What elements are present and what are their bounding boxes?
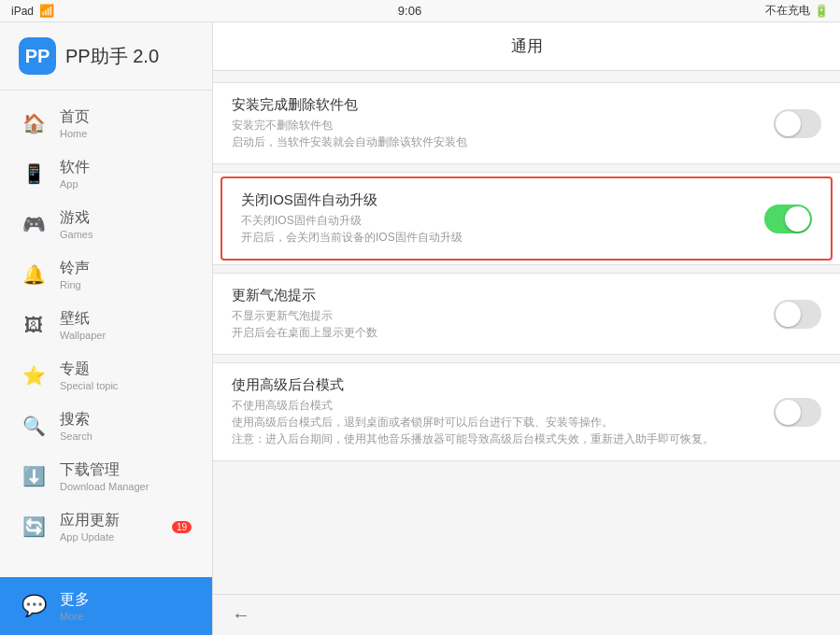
settings-desc-delete-after-install-0: 安装完不删除软件包: [232, 117, 774, 134]
nav-sub-label-wallpaper: Wallpaper: [60, 330, 106, 341]
settings-desc-disable-ios-upgrade-0: 不关闭IOS固件自动升级: [241, 212, 764, 229]
nav-sub-label-app: App: [60, 178, 90, 190]
wallpaper-icon: 🖼: [21, 312, 47, 338]
settings-row-bubble-notification: 更新气泡提示 不显示更新气泡提示开启后会在桌面上显示更个数: [213, 274, 840, 354]
more-button[interactable]: 💬 更多 More: [0, 577, 212, 635]
games-icon: 🎮: [21, 211, 47, 237]
settings-row-delete-after-install: 安装完成删除软件包 安装完不删除软件包启动后，当软件安装就会自动删除该软件安装包: [213, 83, 840, 163]
more-icon: 💬: [21, 593, 47, 619]
nav-item-home[interactable]: 🏠 首页 Home: [0, 98, 212, 148]
app-header: PP PP助手 2.0: [0, 22, 212, 91]
back-arrow[interactable]: ←: [232, 604, 250, 626]
settings-section-disable-ios-upgrade: 关闭IOS固件自动升级 不关闭IOS固件自动升级开启后，会关闭当前设备的IOS固…: [213, 172, 840, 265]
settings-section-bubble-notification: 更新气泡提示 不显示更新气泡提示开启后会在桌面上显示更个数: [213, 273, 840, 355]
nav-label-special: 专题: [60, 360, 118, 379]
nav-item-app[interactable]: 📱 软件 App: [0, 148, 212, 199]
status-bar-time: 9:06: [398, 4, 421, 18]
settings-row-disable-ios-upgrade: 关闭IOS固件自动升级 不关闭IOS固件自动升级开启后，会关闭当前设备的IOS固…: [221, 176, 833, 261]
special-icon: ⭐: [21, 362, 47, 388]
settings-desc-delete-after-install-1: 启动后，当软件安装就会自动删除该软件安装包: [232, 134, 774, 150]
battery-icon: 🔋: [814, 4, 829, 18]
search-icon: 🔍: [21, 413, 47, 439]
nav-item-games[interactable]: 🎮 游戏 Games: [0, 199, 212, 249]
toggle-background-mode[interactable]: [774, 398, 821, 427]
nav-sub-label-download: Download Manager: [60, 481, 149, 492]
nav-sub-label-special: Special topic: [60, 380, 118, 391]
settings-title-background-mode: 使用高级后台模式: [232, 376, 774, 394]
settings-desc-background-mode-0: 不使用高级后台模式: [232, 397, 774, 414]
nav-label-update: 应用更新: [60, 511, 120, 530]
nav-label-download: 下载管理: [60, 460, 149, 480]
charging-label: 不在充电: [765, 3, 810, 19]
nav-item-download[interactable]: ⬇️ 下载管理 Download Manager: [0, 451, 212, 501]
nav-label-home: 首页: [60, 107, 90, 127]
nav-label-search: 搜索: [60, 410, 93, 430]
status-bar: iPad 📶 9:06 不在充电 🔋: [0, 0, 840, 22]
settings-desc-bubble-notification-0: 不显示更新气泡提示: [232, 307, 774, 324]
nav-badge-update: 19: [172, 521, 192, 533]
nav-item-ring[interactable]: 🔔 铃声 Ring: [0, 249, 212, 300]
nav-item-special[interactable]: ⭐ 专题 Special topic: [0, 350, 212, 401]
home-icon: 🏠: [21, 110, 47, 136]
settings-title-delete-after-install: 安装完成删除软件包: [232, 96, 774, 114]
settings-desc-bubble-notification-1: 开启后会在桌面上显示更个数: [232, 324, 774, 341]
content-body: 安装完成删除软件包 安装完不删除软件包启动后，当软件安装就会自动删除该软件安装包…: [213, 71, 840, 594]
nav-sub-label-search: Search: [60, 430, 93, 442]
content-area: 通用 安装完成删除软件包 安装完不删除软件包启动后，当软件安装就会自动删除该软件…: [213, 22, 840, 635]
nav-label-app: 软件: [60, 158, 90, 177]
settings-desc-background-mode-1: 使用高级后台模式后，退到桌面或者锁屏时可以后台进行下载、安装等操作。: [232, 414, 774, 430]
ring-icon: 🔔: [21, 261, 47, 288]
settings-section-background-mode: 使用高级后台模式 不使用高级后台模式使用高级后台模式后，退到桌面或者锁屏时可以后…: [213, 362, 840, 461]
app-title: PP助手 2.0: [65, 44, 159, 69]
settings-desc-background-mode-2: 注意：进入后台期间，使用其他音乐播放器可能导致高级后台模式失效，重新进入助手即可…: [232, 430, 774, 447]
app-icon: 📱: [21, 161, 47, 187]
nav-sub-label-games: Games: [60, 229, 93, 240]
settings-desc-disable-ios-upgrade-1: 开启后，会关闭当前设备的IOS固件自动升级: [241, 229, 764, 246]
wifi-icon: 📶: [39, 4, 54, 18]
more-sub-label: More: [60, 611, 90, 622]
nav-item-wallpaper[interactable]: 🖼 壁纸 Wallpaper: [0, 300, 212, 350]
nav-sub-label-update: App Update: [60, 531, 120, 543]
toggle-bubble-notification[interactable]: [774, 300, 821, 329]
settings-row-background-mode: 使用高级后台模式 不使用高级后台模式使用高级后台模式后，退到桌面或者锁屏时可以后…: [213, 363, 840, 460]
settings-title-disable-ios-upgrade: 关闭IOS固件自动升级: [241, 191, 764, 209]
toggle-disable-ios-upgrade[interactable]: [764, 205, 812, 233]
app-logo: PP: [19, 37, 56, 75]
status-bar-left: iPad 📶: [11, 4, 54, 18]
nav-label-games: 游戏: [60, 208, 93, 228]
download-icon: ⬇️: [21, 463, 47, 489]
content-footer: ←: [213, 594, 840, 635]
nav-item-update[interactable]: 🔄 应用更新 App Update 19: [0, 501, 212, 552]
nav-label-wallpaper: 壁纸: [60, 309, 106, 329]
status-bar-right: 不在充电 🔋: [765, 3, 829, 19]
nav-item-search[interactable]: 🔍 搜索 Search: [0, 401, 212, 451]
nav-label-ring: 铃声: [60, 259, 90, 278]
sidebar: PP PP助手 2.0 🏠 首页 Home 📱 软件 App 🎮 游戏: [0, 22, 213, 635]
main-layout: PP PP助手 2.0 🏠 首页 Home 📱 软件 App 🎮 游戏: [0, 22, 840, 635]
settings-title-bubble-notification: 更新气泡提示: [232, 287, 774, 304]
toggle-delete-after-install[interactable]: [774, 109, 821, 138]
settings-section-delete-after-install: 安装完成删除软件包 安装完不删除软件包启动后，当软件安装就会自动删除该软件安装包: [213, 82, 840, 164]
nav-sub-label-ring: Ring: [60, 279, 90, 290]
nav-sub-label-home: Home: [60, 128, 90, 139]
nav-list: 🏠 首页 Home 📱 软件 App 🎮 游戏 Games 🔔 铃声: [0, 91, 212, 577]
ipad-label: iPad: [11, 5, 34, 18]
more-label: 更多: [60, 590, 90, 610]
update-icon: 🔄: [21, 514, 47, 540]
content-header: 通用: [213, 22, 840, 71]
